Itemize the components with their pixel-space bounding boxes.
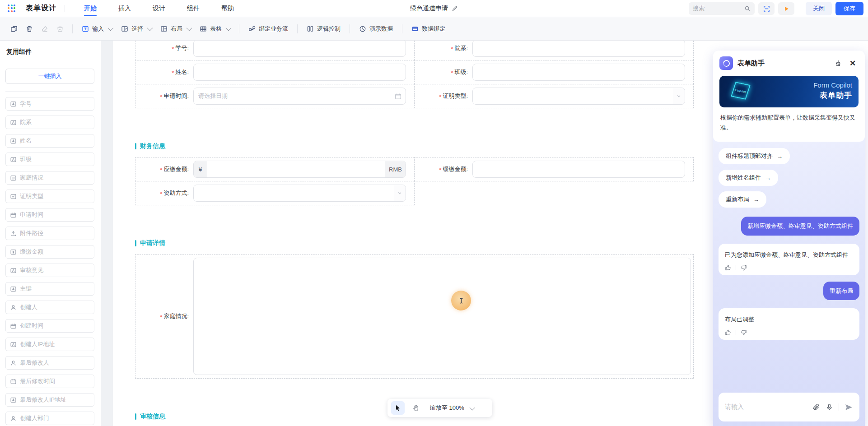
search-input[interactable]: 搜索	[689, 2, 755, 15]
sidebar-component-item[interactable]: 申请时间	[5, 208, 94, 222]
microphone-icon[interactable]	[826, 403, 833, 411]
component-label: 家庭情况	[20, 174, 43, 182]
date-field-icon	[10, 323, 16, 329]
form-field-cell[interactable]: *缓缴金额:	[414, 157, 694, 181]
text-field-control[interactable]	[472, 64, 685, 81]
suggestion-chip-1[interactable]: 新增姓名组件→	[719, 170, 778, 186]
text-field-icon	[10, 101, 16, 107]
demo-data-button[interactable]: 演示数据	[355, 21, 397, 37]
text-field-control[interactable]	[472, 41, 685, 57]
banner-title: Form Copilot	[813, 81, 852, 89]
sidebar-component-item[interactable]: 证明类型	[5, 190, 94, 203]
required-asterisk: *	[160, 314, 162, 320]
date-field-control[interactable]: 请选择日期	[193, 88, 406, 105]
close-button[interactable]: 关闭	[806, 2, 832, 15]
sidebar-component-item[interactable]: 主键	[5, 282, 94, 296]
field-label: *证明类型:	[415, 92, 472, 100]
sidebar-component-item[interactable]: 班级	[5, 153, 94, 166]
form-field-cell[interactable]: *学号:	[135, 41, 415, 60]
component-label: 最后修改人IP地址	[20, 396, 66, 404]
menu-item-0[interactable]: 开始	[82, 0, 98, 17]
sidebar-component-item[interactable]: 最后修改时间	[5, 375, 94, 388]
sidebar-component-item[interactable]: 院系	[5, 116, 94, 129]
suggestion-chip-0[interactable]: 组件标题顶部对齐→	[719, 148, 790, 164]
chevron-down-icon[interactable]	[469, 404, 475, 410]
select-field-control[interactable]	[472, 88, 685, 105]
menu-item-2[interactable]: 设计	[151, 0, 167, 17]
sidebar-component-item[interactable]: 家庭情况	[5, 171, 94, 185]
assistant-message-text: 布局已调整	[725, 315, 853, 324]
close-assistant-icon[interactable]: ✕	[847, 57, 859, 69]
save-button[interactable]: 保存	[835, 2, 863, 15]
send-icon[interactable]	[845, 403, 853, 412]
form-field-cell[interactable]: *院系:	[414, 41, 694, 60]
form-field-cell[interactable]: *申请时间:请选择日期	[135, 84, 415, 108]
clear-chat-icon[interactable]	[832, 57, 844, 69]
text-field-control[interactable]	[193, 41, 406, 57]
textarea-field-control[interactable]	[193, 258, 691, 375]
component-label: 证明类型	[20, 192, 43, 200]
thumbs-down-icon[interactable]	[740, 329, 747, 336]
form-field-cell[interactable]: *资助方式:	[135, 181, 415, 205]
money-field-icon	[10, 249, 16, 255]
sidebar-component-item[interactable]: 审核意见	[5, 264, 94, 277]
select-field-control[interactable]	[193, 185, 406, 202]
layout-dropdown[interactable]: 布局	[156, 21, 195, 37]
data-bind-button[interactable]: 数据绑定	[407, 21, 450, 37]
preview-scan-button[interactable]	[758, 2, 775, 15]
input-dropdown[interactable]: 输入	[77, 21, 117, 37]
field-label-text: 证明类型:	[443, 92, 468, 100]
thumbs-up-icon[interactable]	[725, 329, 732, 336]
copy-button[interactable]	[6, 21, 22, 37]
run-preview-button[interactable]	[778, 2, 794, 15]
sidebar-component-item[interactable]: 最后修改人IP地址	[5, 393, 94, 407]
text-field-control[interactable]	[193, 64, 406, 81]
form-field-cell[interactable]: *应缴金额:¥RMB	[135, 157, 415, 181]
field-label-text: 资助方式:	[163, 189, 189, 197]
sidebar-component-item[interactable]: 学号	[5, 97, 94, 111]
form-row: *申请时间:请选择日期*证明类型:	[135, 84, 694, 108]
delete-button[interactable]	[22, 21, 37, 37]
clear-button-disabled[interactable]	[52, 21, 68, 37]
field-label: *资助方式:	[135, 189, 193, 197]
user-field-icon	[10, 305, 16, 310]
pan-tool-button[interactable]	[409, 401, 423, 415]
chevron-down-icon	[108, 25, 114, 31]
sidebar-component-item[interactable]: 姓名	[5, 134, 94, 148]
menu-item-3[interactable]: 组件	[185, 0, 201, 17]
sidebar-component-item[interactable]: 创建人部门	[5, 412, 94, 425]
logic-control-button[interactable]: 逻辑控制	[302, 21, 345, 37]
bind-flow-button[interactable]: 绑定业务流	[244, 21, 293, 37]
field-label-text: 班级:	[454, 68, 468, 76]
menu-item-1[interactable]: 插入	[117, 0, 133, 17]
app-launcher-icon[interactable]	[8, 5, 16, 13]
assistant-input-box[interactable]: 请输入	[719, 393, 859, 421]
divider	[65, 5, 65, 12]
sidebar-component-item[interactable]: 最后修改人	[5, 356, 94, 370]
text-field-control[interactable]	[472, 161, 685, 178]
sidebar-component-item[interactable]: 缓缴金额	[5, 245, 94, 259]
component-label: 学号	[20, 100, 32, 108]
attachment-icon[interactable]	[812, 403, 820, 411]
form-field-cell[interactable]: *班级:	[414, 60, 694, 84]
menu-item-4[interactable]: 帮助	[219, 0, 236, 17]
sidebar-component-item[interactable]: 创建人IP地址	[5, 338, 94, 351]
eraser-button-disabled[interactable]	[37, 21, 52, 37]
form-field-cell[interactable]: *证明类型:	[414, 84, 694, 108]
table-dropdown[interactable]: 表格	[195, 21, 234, 37]
component-label: 创建人	[20, 303, 37, 311]
component-label: 审核意见	[20, 266, 43, 274]
text-field-icon	[10, 138, 16, 144]
form-field-cell[interactable]: *姓名:	[135, 60, 415, 84]
pointer-tool-button[interactable]	[391, 401, 405, 415]
select-dropdown[interactable]: 选择	[117, 21, 156, 37]
suggestion-chip-2[interactable]: 重新布局→	[719, 191, 766, 208]
thumbs-up-icon[interactable]	[725, 264, 732, 271]
thumbs-down-icon[interactable]	[740, 264, 747, 271]
one-click-insert-button[interactable]: 一键插入	[5, 69, 94, 84]
money-field-control[interactable]: ¥RMB	[193, 161, 406, 178]
sidebar-component-item[interactable]: 创建时间	[5, 319, 94, 333]
edit-title-icon[interactable]	[452, 5, 458, 12]
sidebar-component-item[interactable]: 创建人	[5, 301, 94, 314]
sidebar-component-item[interactable]: 附件路径	[5, 227, 94, 240]
